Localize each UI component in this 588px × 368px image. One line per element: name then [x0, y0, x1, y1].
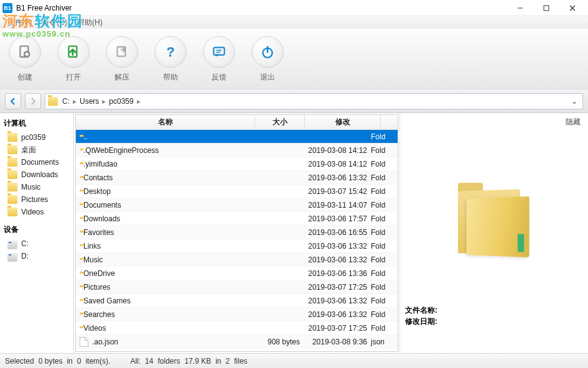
- table-row[interactable]: .ao.json 908 bytes 2019-03-08 9:36 json: [76, 335, 398, 349]
- exit-button[interactable]: 退出: [249, 35, 286, 84]
- sidebar-item[interactable]: Downloads: [1, 168, 72, 181]
- table-row[interactable]: Contacts 2019-03-06 13:32 Fold: [76, 171, 398, 185]
- sidebar-item[interactable]: 桌面: [1, 144, 72, 156]
- file-name: Pictures: [83, 283, 110, 292]
- table-row[interactable]: .yimifudao 2019-03-08 14:12 Fold: [76, 157, 398, 171]
- file-name: ..: [83, 132, 88, 141]
- file-modified: 2019-03-06 13:32: [305, 297, 370, 305]
- file-type: Fold: [370, 228, 392, 237]
- table-row[interactable]: Favorites 2019-03-06 16:55 Fold: [76, 226, 398, 239]
- sidebar-item[interactable]: Music: [1, 181, 72, 193]
- help-icon: ?: [162, 44, 179, 60]
- sidebar-item-label: C:: [21, 239, 29, 248]
- path-drive[interactable]: C:: [60, 97, 72, 106]
- file-type: Fold: [370, 255, 392, 264]
- open-button[interactable]: 打开: [55, 35, 92, 84]
- file-type: Fold: [370, 297, 392, 305]
- file-size: 908 bytes: [255, 338, 305, 346]
- sidebar-item[interactable]: Pictures: [1, 193, 72, 206]
- folder-icon: [7, 158, 17, 167]
- file-type: Fold: [370, 201, 392, 209]
- file-modified: 2019-03-07 17:25: [305, 283, 370, 292]
- maximize-button[interactable]: [533, 0, 559, 16]
- disk-icon: [7, 241, 17, 249]
- status-total-size: 17.9 KB: [185, 357, 212, 366]
- feedback-button[interactable]: 反馈: [200, 35, 238, 84]
- minimize-button[interactable]: [507, 0, 533, 16]
- filename-label: 文件名称:: [405, 306, 437, 315]
- file-type: Fold: [370, 283, 392, 292]
- column-size[interactable]: 大小: [255, 115, 305, 129]
- nav-forward-button[interactable]: [25, 93, 41, 109]
- table-row[interactable]: Pictures 2019-03-07 17:25 Fold: [76, 280, 398, 294]
- file-name: Saved Games: [83, 297, 131, 305]
- create-button[interactable]: 创建: [6, 35, 44, 84]
- help-button[interactable]: ? 帮助: [152, 35, 189, 84]
- breadcrumb[interactable]: C: ▸ Users ▸ pc0359 ▸ ⌄: [45, 93, 583, 109]
- menu-command[interactable]: 命令(C): [37, 16, 72, 29]
- table-row[interactable]: Searches 2019-03-06 13:32 Fold: [76, 308, 398, 321]
- minimize-icon: [517, 5, 523, 11]
- folder-preview-icon: [450, 186, 538, 261]
- table-row[interactable]: Links 2019-03-06 13:32 Fold: [76, 239, 398, 253]
- column-name[interactable]: 名称: [76, 115, 255, 129]
- file-name: Videos: [83, 324, 106, 333]
- sidebar-item-label: 桌面: [21, 145, 36, 155]
- file-list-body[interactable]: .. Fold.QtWebEngineProcess 2019-03-08 14…: [76, 130, 398, 351]
- close-button[interactable]: [559, 0, 586, 16]
- table-row[interactable]: Music 2019-03-06 13:32 Fold: [76, 253, 398, 267]
- file-type: Fold: [370, 173, 392, 182]
- sidebar-item-label: Videos: [21, 208, 44, 216]
- table-row[interactable]: Saved Games 2019-03-06 13:32 Fold: [76, 294, 398, 308]
- hide-preview-link[interactable]: 隐藏: [566, 117, 581, 127]
- sidebar-item[interactable]: Documents: [1, 156, 72, 168]
- svg-text:?: ?: [166, 44, 174, 60]
- sidebar-item-label: Documents: [21, 158, 59, 167]
- file-modified: 2019-03-06 13:32: [305, 255, 370, 264]
- chevron-down-icon[interactable]: ⌄: [569, 97, 580, 106]
- table-row[interactable]: Videos 2019-03-07 17:25 Fold: [76, 321, 398, 335]
- path-user[interactable]: pc0359: [107, 97, 135, 106]
- table-row[interactable]: OneDrive 2019-03-06 13:36 Fold: [76, 267, 398, 280]
- file-type: Fold: [370, 160, 392, 168]
- table-row[interactable]: .QtWebEngineProcess 2019-03-08 14:12 Fol…: [76, 144, 398, 157]
- svg-rect-11: [213, 47, 224, 55]
- app-icon: B1: [2, 3, 12, 13]
- sidebar-device[interactable]: D:: [1, 250, 72, 262]
- table-row[interactable]: Documents 2019-03-11 14:07 Fold: [76, 198, 398, 212]
- table-row[interactable]: Downloads 2019-03-06 17:57 Fold: [76, 212, 398, 226]
- sidebar-item-label: pc0359: [21, 133, 45, 142]
- svg-rect-1: [544, 6, 549, 11]
- file-name: Favorites: [83, 228, 114, 237]
- menu-help[interactable]: 帮助(H): [72, 16, 108, 29]
- sidebar-device[interactable]: C:: [1, 237, 72, 250]
- file-name: Downloads: [83, 214, 120, 223]
- path-users[interactable]: Users: [78, 97, 101, 106]
- feedback-icon: [211, 44, 227, 60]
- sidebar-group-computer: 计算机: [1, 117, 72, 131]
- file-name: Links: [83, 242, 101, 251]
- status-folder-count: 14: [145, 357, 153, 366]
- chevron-right-icon: ▸: [136, 97, 142, 106]
- sidebar-item-label: Music: [21, 183, 40, 191]
- sidebar: 计算机 pc0359桌面DocumentsDownloadsMusicPictu…: [0, 113, 74, 353]
- table-row[interactable]: .. Fold: [76, 130, 398, 144]
- column-modified[interactable]: 修改: [305, 115, 381, 129]
- column-headers: 名称 大小 修改: [76, 115, 398, 130]
- file-name: Documents: [83, 201, 121, 209]
- sidebar-item[interactable]: pc0359: [1, 131, 72, 144]
- file-modified: 2019-03-06 13:36: [305, 269, 370, 278]
- table-row[interactable]: Desktop 2019-03-07 15:42 Fold: [76, 185, 398, 198]
- file-type: Fold: [370, 269, 392, 278]
- extract-button[interactable]: 解压: [103, 35, 141, 84]
- menu-file[interactable]: 文件(F): [2, 16, 37, 29]
- sidebar-item[interactable]: Videos: [1, 206, 72, 218]
- file-type: Fold: [370, 132, 392, 141]
- file-type: Fold: [370, 187, 392, 196]
- exit-label: 退出: [260, 72, 275, 83]
- file-name: Desktop: [83, 187, 111, 196]
- nav-back-button[interactable]: [5, 93, 21, 109]
- sidebar-item-label: D:: [21, 252, 29, 260]
- feedback-label: 反馈: [212, 72, 226, 83]
- file-modified: 2019-03-07 15:42: [305, 187, 370, 196]
